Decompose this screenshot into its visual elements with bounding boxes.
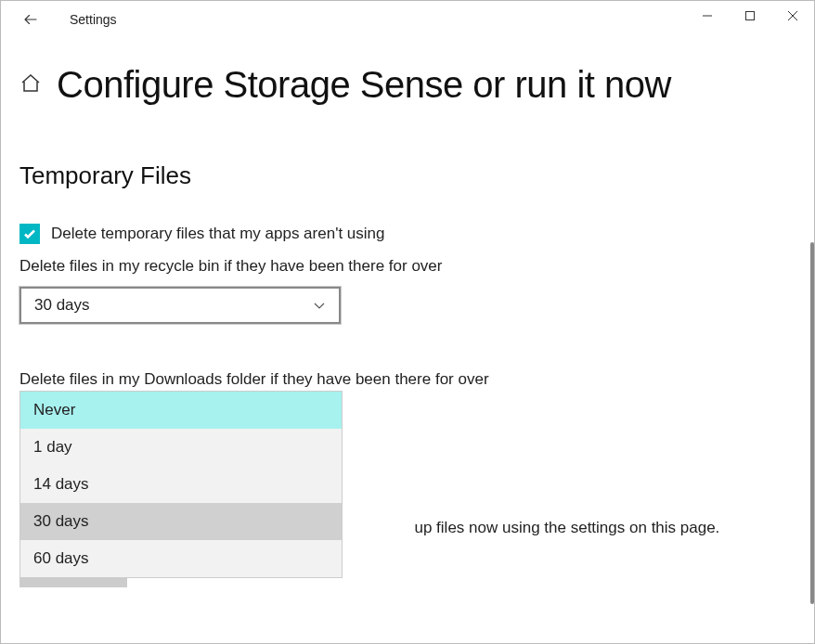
dropdown-option-never[interactable]: Never: [20, 392, 342, 429]
checkmark-icon: [22, 226, 37, 241]
downloads-label: Delete files in my Downloads folder if t…: [19, 370, 796, 389]
content-area: Configure Storage Sense or run it now Te…: [1, 38, 814, 643]
maximize-icon: [744, 10, 756, 21]
scrollbar-track[interactable]: [809, 38, 814, 643]
dropdown-option-30days[interactable]: 30 days: [20, 503, 342, 540]
checkbox-label: Delete temporary files that my apps aren…: [51, 225, 384, 243]
back-button[interactable]: [19, 8, 42, 31]
close-button[interactable]: [771, 1, 814, 31]
dropdown-option-14days[interactable]: 14 days: [20, 466, 342, 503]
recycle-bin-value: 30 days: [34, 296, 90, 315]
scrollbar-thumb[interactable]: [810, 242, 814, 604]
dropdown-option-1day[interactable]: 1 day: [20, 429, 342, 466]
minimize-button[interactable]: [686, 1, 729, 31]
window-controls: [686, 1, 814, 31]
recycle-bin-dropdown[interactable]: 30 days: [19, 287, 341, 324]
window-title: Settings: [70, 12, 117, 27]
chevron-down-icon: [313, 299, 326, 312]
maximize-button[interactable]: [729, 1, 771, 31]
recycle-bin-label: Delete files in my recycle bin if they h…: [19, 257, 796, 276]
page-title: Configure Storage Sense or run it now: [57, 64, 671, 106]
home-icon[interactable]: [19, 72, 42, 98]
checkbox-temp-files[interactable]: [19, 224, 40, 244]
page-header: Configure Storage Sense or run it now: [19, 64, 796, 106]
dropdown-option-60days[interactable]: 60 days: [20, 540, 342, 577]
minimize-icon: [702, 10, 713, 21]
checkbox-row-temp-files[interactable]: Delete temporary files that my apps aren…: [19, 224, 796, 244]
section-title: Temporary Files: [19, 161, 796, 190]
downloads-dropdown-list[interactable]: Never 1 day 14 days 30 days 60 days: [19, 391, 343, 578]
arrow-left-icon: [22, 11, 39, 28]
close-icon: [787, 10, 798, 21]
svg-rect-1: [746, 12, 755, 20]
